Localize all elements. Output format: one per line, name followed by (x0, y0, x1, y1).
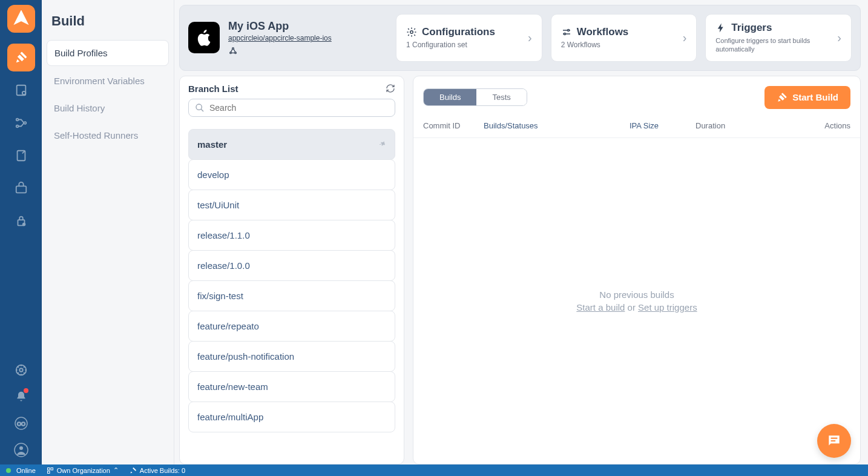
app-name: My iOS App (228, 20, 332, 33)
nav-store-icon[interactable] (7, 174, 35, 202)
col-actions: Actions (808, 121, 850, 130)
search-icon (195, 103, 205, 113)
status-active-builds[interactable]: Active Builds: 0 (130, 467, 185, 474)
sidebar-item-self-hosted[interactable]: Self-Hosted Runners (47, 123, 169, 148)
card-subtitle: 1 Configuration set (406, 41, 495, 49)
gear-icon (406, 27, 417, 38)
card-title: Configurations (422, 26, 495, 38)
svg-point-16 (235, 52, 237, 54)
svg-text:OO: OO (16, 421, 25, 427)
svg-point-19 (567, 30, 569, 31)
repo-link[interactable]: appcircleio/appcircle-sample-ios (228, 34, 332, 42)
card-title: Workflows (577, 26, 629, 38)
card-subtitle: Configure triggers to start builds autom… (715, 36, 837, 54)
svg-rect-22 (47, 468, 50, 470)
col-commit: Commit ID (423, 121, 484, 130)
status-org[interactable]: Own Organization ⌃ (47, 466, 119, 474)
app-info: My iOS App appcircleio/appcircle-sample-… (188, 14, 387, 62)
svg-point-3 (16, 125, 18, 128)
branch-search[interactable] (188, 99, 395, 117)
branch-item[interactable]: release/1.1.0 (188, 220, 395, 251)
svg-rect-24 (47, 471, 50, 474)
pin-icon[interactable] (376, 139, 387, 150)
card-configurations[interactable]: Configurations 1 Configuration set › (396, 14, 542, 62)
sidebar-item-env-vars[interactable]: Environment Variables (47, 68, 169, 93)
svg-point-20 (564, 33, 565, 35)
setup-triggers-link[interactable]: Set up triggers (638, 302, 697, 312)
bolt-icon (715, 22, 726, 33)
status-online[interactable]: Online (6, 467, 36, 474)
branch-list-title: Branch List (188, 84, 238, 94)
status-bar: Online Own Organization ⌃ Active Builds:… (0, 464, 868, 476)
svg-point-10 (19, 368, 23, 372)
branch-panel: Branch List master develop test/UiUnit r (179, 76, 404, 464)
icon-rail: OO (0, 0, 42, 464)
nav-build-icon[interactable] (7, 44, 35, 71)
page-title: Build (47, 8, 169, 40)
branch-item[interactable]: develop (188, 159, 395, 190)
sliders-icon (561, 27, 572, 38)
nav-org-icon[interactable]: OO (9, 411, 33, 435)
branch-item[interactable]: release/1.0.0 (188, 250, 395, 281)
chevron-right-icon: › (528, 31, 532, 45)
start-build-button[interactable]: Start Build (764, 86, 850, 109)
svg-rect-0 (16, 85, 25, 96)
nav-settings-icon[interactable] (9, 358, 33, 382)
nav-distribute-icon[interactable] (7, 109, 35, 137)
card-subtitle: 2 Workflows (561, 41, 629, 49)
nav-testing-icon[interactable] (7, 142, 35, 170)
webhook-icon (228, 46, 332, 56)
branch-item[interactable]: feature/push-notification (188, 341, 395, 372)
branch-item[interactable]: test/UiUnit (188, 190, 395, 220)
svg-point-18 (410, 31, 413, 34)
chevron-right-icon: › (837, 31, 841, 45)
empty-headline: No previous builds (599, 289, 674, 300)
builds-table-header: Commit ID Builds/Statuses IPA Size Durat… (413, 119, 860, 138)
nav-user-icon[interactable] (9, 438, 33, 462)
start-build-link[interactable]: Start a build (576, 302, 625, 312)
nav-enterprise-icon[interactable] (7, 207, 35, 235)
branch-list[interactable]: master develop test/UiUnit release/1.1.0… (180, 123, 404, 464)
builds-empty-state: No previous builds Start a build or Set … (413, 138, 860, 464)
branch-item[interactable]: feature/repeato (188, 311, 395, 342)
card-triggers[interactable]: Triggers Configure triggers to start bui… (705, 14, 852, 62)
svg-point-1 (22, 91, 25, 95)
chevron-right-icon: › (683, 31, 687, 45)
sub-sidebar: Build Build Profiles Environment Variabl… (42, 0, 174, 464)
branch-item[interactable]: fix/sign-test (188, 280, 395, 311)
chat-fab[interactable] (817, 424, 851, 458)
nav-signing-icon[interactable] (7, 76, 35, 104)
main-content: My iOS App appcircleio/appcircle-sample-… (174, 0, 868, 464)
refresh-icon[interactable] (386, 84, 395, 93)
sidebar-item-build-history[interactable]: Build History (47, 96, 169, 121)
tab-tests[interactable]: Tests (476, 89, 526, 105)
branch-item[interactable]: feature/new-team (188, 371, 395, 402)
svg-point-21 (196, 104, 202, 110)
svg-point-17 (232, 47, 234, 49)
nav-notifications-icon[interactable] (9, 385, 33, 409)
svg-point-2 (16, 119, 18, 121)
online-dot-icon (6, 468, 11, 473)
builds-panel: Builds Tests Start Build Commit ID Build… (413, 76, 861, 464)
chevron-up-icon: ⌃ (113, 466, 119, 474)
tab-builds[interactable]: Builds (424, 89, 476, 105)
svg-point-8 (22, 223, 25, 226)
col-duration: Duration (695, 121, 808, 130)
builds-tests-toggle: Builds Tests (423, 88, 527, 106)
branch-search-input[interactable] (209, 103, 389, 113)
col-ipa: IPA Size (593, 121, 695, 130)
hammer-icon (777, 92, 787, 103)
profile-bar: My iOS App appcircleio/appcircle-sample-… (179, 5, 861, 71)
branch-item[interactable]: feature/multiApp (188, 402, 395, 432)
svg-rect-6 (16, 186, 26, 193)
branch-item[interactable]: master (188, 129, 395, 160)
svg-point-15 (230, 52, 232, 54)
apple-icon (188, 22, 220, 53)
card-title: Triggers (731, 22, 772, 34)
card-workflows[interactable]: Workflows 2 Workflows › (551, 14, 697, 62)
sidebar-item-build-profiles[interactable]: Build Profiles (47, 40, 169, 66)
svg-rect-23 (51, 468, 53, 470)
notification-dot-icon (24, 388, 28, 393)
col-status: Builds/Statuses (484, 121, 593, 130)
app-logo[interactable] (7, 5, 35, 33)
